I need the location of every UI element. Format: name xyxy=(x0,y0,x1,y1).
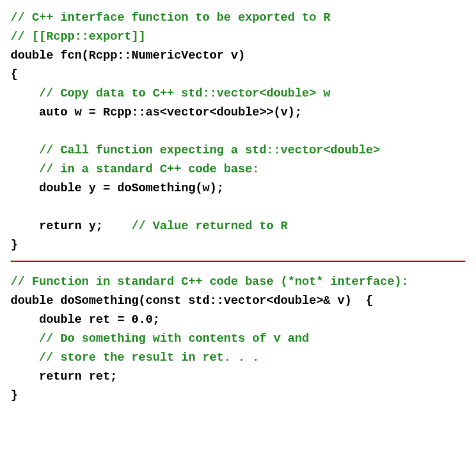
code-line: return y; xyxy=(11,219,103,233)
code-line: double fcn(Rcpp::NumericVector v) xyxy=(11,49,245,62)
code-line: } xyxy=(11,238,18,252)
code-line: return ret; xyxy=(11,370,117,383)
comment-line: // in a standard C++ code base: xyxy=(11,162,259,176)
code-line: auto w = Rcpp::as<vector<double>>(v); xyxy=(11,105,302,119)
comment-inline: // Value returned to R xyxy=(103,219,288,233)
code-line: double ret = 0.0; xyxy=(11,313,160,326)
code-block-bottom: // Function in standard C++ code base (*… xyxy=(11,272,465,405)
comment-line: // Call function expecting a std::vector… xyxy=(11,143,380,157)
code-line: } xyxy=(11,389,18,402)
comment-line: // Copy data to C++ std::vector<double> … xyxy=(11,86,330,100)
comment-line: // [[Rcpp::export]] xyxy=(11,30,146,43)
section-divider xyxy=(11,261,465,262)
code-block-top: // C++ interface function to be exported… xyxy=(11,8,465,255)
code-line: double doSomething(const std::vector<dou… xyxy=(11,294,373,307)
comment-line: // Do something with contents of v and xyxy=(11,332,309,345)
comment-line: // Function in standard C++ code base (*… xyxy=(11,275,409,288)
comment-line: // C++ interface function to be exported… xyxy=(11,11,330,24)
code-line: { xyxy=(11,68,18,81)
code-line: double y = doSomething(w); xyxy=(11,181,224,195)
comment-line: // store the result in ret. . . xyxy=(11,351,259,364)
